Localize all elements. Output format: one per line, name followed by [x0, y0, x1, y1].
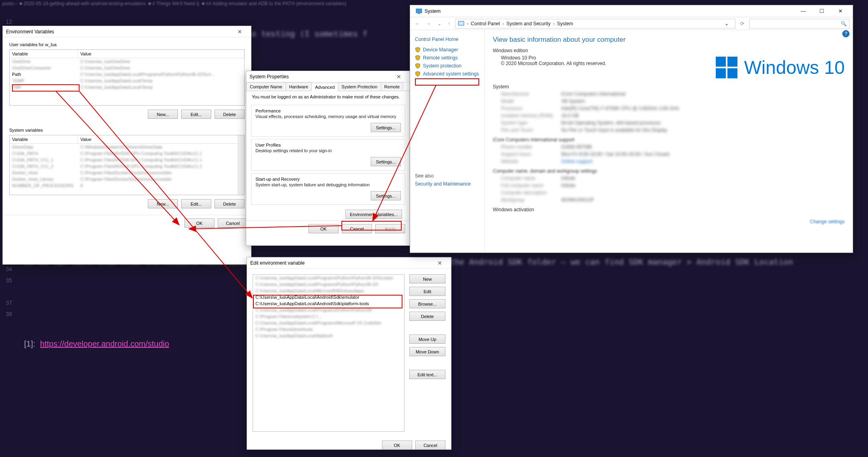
titlebar[interactable]: Edit environment variable ✕	[247, 257, 451, 269]
environment-variables-button[interactable]: Environment Variables...	[345, 210, 402, 219]
table-row[interactable]: OneDriveC:\Users\w_lua\OneDrive	[10, 58, 244, 65]
tab-hardware[interactable]: Hardware	[286, 82, 312, 91]
minimize-icon[interactable]: —	[794, 5, 813, 17]
admin-note: You must be logged on as an Administrato…	[246, 91, 410, 102]
tab-system-protection[interactable]: System Protection	[338, 82, 381, 91]
user-vars-listview[interactable]: Variable Value OneDriveC:\Users\w_lua\On…	[9, 49, 245, 106]
up-icon[interactable]: ↑	[446, 21, 452, 27]
table-row[interactable]: TMPC:\Users\w_lua\AppData\Local\Temp	[10, 84, 244, 90]
edit-button[interactable]: Edit	[409, 287, 445, 296]
table-row[interactable]: DriverDataC:\Windows\System32\Drivers\Dr…	[10, 144, 244, 150]
system-vars-label: System variables	[9, 128, 245, 133]
table-row[interactable]: TEMPC:\Users\w_lua\AppData\Local\Temp	[10, 78, 244, 84]
new-button[interactable]: New...	[148, 110, 178, 119]
ok-button[interactable]: OK	[308, 224, 339, 233]
crumb-control-panel[interactable]: Control Panel	[471, 21, 500, 27]
editor-link-line: [1]: https://developer.android.com/studi…	[24, 339, 169, 349]
path-listbox[interactable]: C:\Users\w_lua\AppData\Local\Programs\Py…	[253, 274, 404, 432]
search-icon: 🔍	[841, 21, 847, 27]
list-item[interactable]: C:\Users\w_lua\AppData\Local\Programs\Mi…	[253, 320, 404, 326]
ok-button[interactable]: OK	[184, 218, 214, 228]
profiles-settings-button[interactable]: Settings...	[371, 157, 401, 166]
table-row-path[interactable]: PathC:\Users\w_lua\AppData\Local\Program…	[10, 71, 244, 78]
browse-button[interactable]: Browse...	[409, 299, 445, 308]
list-item-platform-tools[interactable]: C:\Users\w_lua\AppData\Local\Android\Sdk…	[253, 300, 404, 307]
cancel-button[interactable]: Cancel	[218, 218, 248, 228]
move-down-button[interactable]: Move Down	[409, 347, 445, 356]
close-icon[interactable]: ✕	[432, 257, 448, 268]
perf-settings-button[interactable]: Settings...	[371, 123, 401, 132]
list-item[interactable]: C:\Program Files\nodejs\bin\;C:\...	[253, 313, 404, 320]
apply-button[interactable]: Apply	[375, 224, 405, 233]
section-system: System	[493, 84, 845, 90]
tab-advanced[interactable]: Advanced	[311, 83, 338, 91]
tab-strip: Computer Name Hardware Advanced System P…	[246, 82, 410, 91]
ok-button[interactable]: OK	[382, 441, 412, 450]
list-item[interactable]: C:\Users\w_lua\AppData\Local\Apktool\	[253, 333, 404, 339]
titlebar[interactable]: Environment Variables ✕	[3, 26, 251, 37]
list-item[interactable]: C:\Users\w_lua\AppData\Local\Programs\Py…	[253, 281, 404, 288]
titlebar[interactable]: System — ☐ ✕	[410, 5, 853, 17]
list-item[interactable]: C:\Program Files\dotnet\tools	[253, 326, 404, 333]
edit-button[interactable]: Edit...	[181, 110, 211, 119]
maximize-icon[interactable]: ☐	[813, 5, 831, 17]
table-row[interactable]: CUDA_PATH_V11_1C:\Program Files\NVIDIA G…	[10, 157, 244, 163]
list-item[interactable]: C:\Users\w_lua\AppData\Local\Programs\Py…	[253, 307, 404, 313]
search-input[interactable]: 🔍	[749, 19, 850, 29]
crumb-system[interactable]: System	[557, 21, 573, 27]
editor-link[interactable]: https://developer.android.com/studio	[40, 339, 169, 348]
close-icon[interactable]: ✕	[391, 71, 407, 82]
kv-row: System type64-bit Operating System, x64-…	[501, 120, 845, 126]
link-advanced-system-settings[interactable]: Advanced system settings	[415, 71, 480, 77]
edit-button[interactable]: Edit...	[181, 199, 211, 208]
table-row[interactable]: NUMBER_OF_PROCESSORS8	[10, 182, 244, 189]
edit-text-button[interactable]: Edit text...	[409, 370, 445, 379]
cancel-button[interactable]: Cancel	[415, 441, 445, 450]
startup-settings-button[interactable]: Settings...	[371, 191, 401, 200]
delete-button[interactable]: Delete	[409, 312, 445, 321]
link-security-maintenance[interactable]: Security and Maintenance	[415, 181, 480, 187]
refresh-icon[interactable]: ⟳	[739, 21, 746, 27]
recent-icon[interactable]: ⌄	[436, 21, 443, 27]
list-item[interactable]: C:\Users\w_lua\AppData\Local\Programs\Py…	[253, 275, 404, 281]
delete-button[interactable]: Delete	[214, 199, 245, 208]
system-icon	[416, 8, 422, 14]
windows-logo-icon	[716, 57, 737, 78]
link-remote-settings[interactable]: Remote settings	[415, 55, 480, 61]
cancel-button[interactable]: Cancel	[342, 224, 372, 233]
table-row[interactable]: CUDA_PATH_V11_2C:\Program Files\NVIDIA G…	[10, 163, 244, 169]
change-settings-link[interactable]: Change settings	[810, 219, 845, 224]
kv-row: WorkgroupWORKGROUP	[501, 197, 845, 203]
column-header-variable[interactable]: Variable	[10, 135, 78, 143]
tab-computer-name[interactable]: Computer Name	[246, 82, 286, 91]
tab-remote[interactable]: Remote	[381, 82, 404, 91]
new-button[interactable]: New...	[148, 199, 178, 208]
table-row[interactable]: OneDriveConsumerC:\Users\w_lua\OneDrive	[10, 65, 244, 71]
back-icon[interactable]: ←	[413, 21, 421, 27]
breadcrumb[interactable]: › Control Panel› System and Security› Sy…	[455, 19, 735, 29]
section-windows-edition: Windows edition	[493, 48, 845, 53]
close-icon[interactable]: ✕	[831, 5, 850, 17]
close-icon[interactable]: ✕	[232, 26, 248, 37]
table-row[interactable]: Docker_HostC:\Program Files\Docker\Docke…	[10, 169, 244, 176]
list-item[interactable]: C:\Users\w_lua\AppData\Local\Microsoft\W…	[253, 288, 404, 294]
table-row[interactable]: Docker_Host_LibraryC:\Program Files\Dock…	[10, 176, 244, 182]
link-device-manager[interactable]: Device Manager	[415, 47, 480, 53]
edition-copyright: © 2020 Microsoft Corporation. All rights…	[501, 61, 716, 66]
new-button[interactable]: New	[409, 274, 445, 284]
column-header-value[interactable]: Value	[78, 135, 244, 143]
table-row[interactable]: CUDA_PATHC:\Program Files\NVIDIA GPU Com…	[10, 150, 244, 157]
list-item-emulator[interactable]: C:\Users\w_lua\AppData\Local\Android\Sdk…	[253, 294, 404, 300]
system-vars-listview[interactable]: Variable Value DriverDataC:\Windows\Syst…	[9, 135, 245, 195]
column-header-variable[interactable]: Variable	[10, 50, 78, 58]
scrollbar[interactable]	[238, 135, 244, 195]
column-header-value[interactable]: Value	[78, 50, 244, 58]
crumb-system-security[interactable]: System and Security	[507, 21, 551, 27]
titlebar[interactable]: System Properties ✕	[246, 71, 410, 82]
link-system-protection[interactable]: System protection	[415, 63, 480, 69]
chevron-down-icon[interactable]: ⌄	[725, 21, 729, 27]
control-panel-home-link[interactable]: Control Panel Home	[415, 37, 480, 42]
forward-icon[interactable]: →	[425, 21, 433, 27]
delete-button[interactable]: Delete	[214, 110, 245, 119]
move-up-button[interactable]: Move Up	[409, 335, 445, 344]
